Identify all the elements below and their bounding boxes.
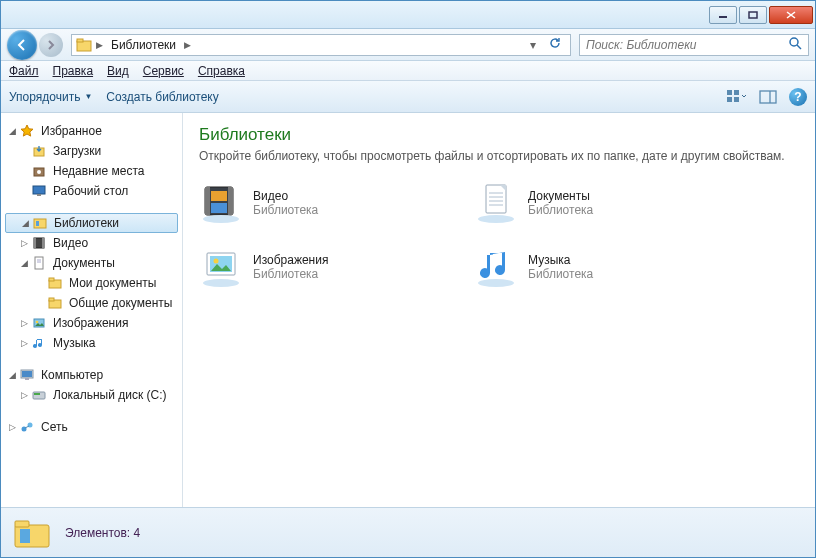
svg-rect-11 [734, 97, 739, 102]
svg-rect-23 [42, 238, 44, 248]
computer-icon [19, 367, 35, 383]
page-subtitle: Откройте библиотеку, чтобы просмотреть ф… [199, 149, 799, 163]
menu-file[interactable]: Файл [9, 64, 39, 78]
svg-rect-44 [211, 191, 227, 201]
collapse-icon[interactable]: ◢ [20, 218, 30, 228]
collapse-icon[interactable]: ◢ [19, 258, 29, 268]
explorer-window: ▶ Библиотеки ▶ ▾ Файл Правка Вид Сервис … [0, 0, 816, 558]
expand-icon[interactable]: ▷ [19, 318, 29, 328]
close-button[interactable] [769, 6, 813, 24]
desktop-icon [31, 183, 47, 199]
create-library-button[interactable]: Создать библиотеку [106, 90, 218, 104]
sidebar-computer[interactable]: ◢ Компьютер [1, 365, 182, 385]
preview-pane-button[interactable] [757, 87, 779, 107]
svg-point-47 [478, 215, 514, 223]
svg-rect-10 [727, 97, 732, 102]
sidebar-network[interactable]: ▷ Сеть [1, 417, 182, 437]
svg-point-56 [214, 259, 219, 264]
network-icon [19, 419, 35, 435]
music-icon [31, 335, 47, 351]
svg-rect-42 [205, 187, 210, 215]
help-button[interactable]: ? [789, 88, 807, 106]
svg-rect-34 [22, 371, 32, 377]
sidebar-desktop[interactable]: Рабочий стол [1, 181, 182, 201]
minimize-button[interactable] [709, 6, 737, 24]
menu-view[interactable]: Вид [107, 64, 129, 78]
expand-icon[interactable]: ▷ [19, 238, 29, 248]
svg-rect-18 [37, 194, 41, 196]
downloads-icon [31, 143, 47, 159]
search-input[interactable] [586, 38, 788, 52]
refresh-button[interactable] [544, 36, 566, 53]
libraries-icon [76, 38, 92, 52]
svg-rect-22 [34, 238, 36, 248]
recent-icon [31, 163, 47, 179]
music-library-icon [474, 245, 518, 289]
status-text: Элементов: 4 [65, 526, 140, 540]
menu-edit[interactable]: Правка [53, 64, 94, 78]
svg-rect-37 [34, 393, 40, 395]
star-icon [19, 123, 35, 139]
svg-rect-1 [749, 12, 757, 18]
folder-icon [47, 275, 63, 291]
svg-point-32 [36, 321, 39, 324]
svg-rect-48 [486, 185, 506, 213]
libraries-icon [32, 215, 48, 231]
svg-line-40 [25, 426, 29, 428]
sidebar-music[interactable]: ▷ Музыка [1, 333, 182, 353]
sidebar-favorites[interactable]: ◢ Избранное [1, 121, 182, 141]
breadcrumb-dropdown[interactable]: ▾ [526, 38, 540, 52]
forward-button[interactable] [39, 33, 63, 57]
video-library-icon [199, 181, 243, 225]
menu-help[interactable]: Справка [198, 64, 245, 78]
search-box[interactable] [579, 34, 809, 56]
svg-rect-0 [719, 16, 727, 18]
svg-rect-19 [34, 219, 46, 228]
breadcrumb-segment[interactable]: Библиотеки [107, 38, 180, 52]
toolbar: Упорядочить▼ Создать библиотеку ? [1, 81, 815, 113]
sidebar-pictures[interactable]: ▷ Изображения [1, 313, 182, 333]
chevron-right-icon: ▶ [96, 40, 103, 50]
library-name: Изображения [253, 253, 328, 267]
svg-rect-60 [20, 529, 30, 543]
svg-rect-59 [15, 521, 29, 527]
maximize-button[interactable] [739, 6, 767, 24]
sidebar-downloads[interactable]: Загрузки [1, 141, 182, 161]
sidebar-libraries[interactable]: ◢ Библиотеки [5, 213, 178, 233]
page-title: Библиотеки [199, 125, 799, 145]
svg-point-53 [203, 279, 239, 287]
collapse-icon[interactable]: ◢ [7, 126, 17, 136]
expand-icon[interactable]: ▷ [7, 422, 17, 432]
documents-icon [31, 255, 47, 271]
expand-icon[interactable]: ▷ [19, 338, 29, 348]
library-item-documents[interactable]: ДокументыБиблиотека [474, 181, 719, 225]
expand-icon[interactable]: ▷ [19, 390, 29, 400]
sidebar-publicdocs[interactable]: Общие документы [1, 293, 182, 313]
view-options-button[interactable] [725, 87, 747, 107]
organize-button[interactable]: Упорядочить▼ [9, 90, 92, 104]
statusbar: Элементов: 4 [1, 507, 815, 557]
library-item-pictures[interactable]: ИзображенияБиблиотека [199, 245, 444, 289]
sidebar-recent[interactable]: Недавние места [1, 161, 182, 181]
svg-rect-24 [35, 257, 43, 269]
library-item-music[interactable]: МузыкаБиблиотека [474, 245, 719, 289]
library-item-videos[interactable]: ВидеоБиблиотека [199, 181, 444, 225]
disk-icon [31, 387, 47, 403]
collapse-icon[interactable]: ◢ [7, 370, 17, 380]
pictures-library-icon [199, 245, 243, 289]
svg-rect-20 [36, 221, 39, 226]
breadcrumb[interactable]: ▶ Библиотеки ▶ ▾ [71, 34, 571, 56]
libraries-large-icon [11, 515, 53, 551]
sidebar-documents[interactable]: ◢ Документы [1, 253, 182, 273]
svg-point-46 [203, 215, 239, 223]
library-name: Документы [528, 189, 593, 203]
search-icon[interactable] [788, 36, 802, 53]
svg-rect-30 [49, 298, 54, 301]
sidebar-videos[interactable]: ▷ Видео [1, 233, 182, 253]
back-button[interactable] [7, 30, 37, 60]
menubar: Файл Правка Вид Сервис Справка [1, 61, 815, 81]
sidebar-mydocs[interactable]: Мои документы [1, 273, 182, 293]
sidebar-localdisk[interactable]: ▷ Локальный диск (C:) [1, 385, 182, 405]
content-pane: Библиотеки Откройте библиотеку, чтобы пр… [183, 113, 815, 507]
menu-tools[interactable]: Сервис [143, 64, 184, 78]
